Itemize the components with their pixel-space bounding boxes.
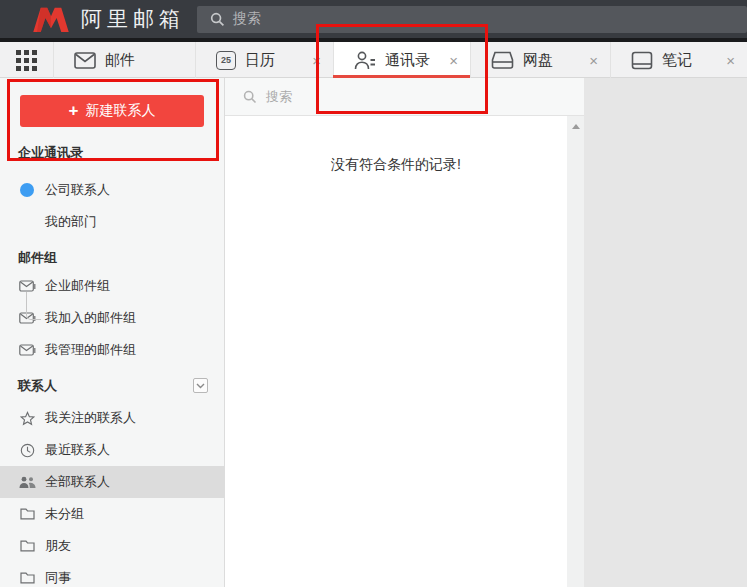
right-empty-area [584, 78, 747, 587]
contacts-list-body: 没有符合条件的记录! [225, 116, 584, 587]
app-title: 阿里邮箱 [81, 5, 185, 33]
annotation-box-new-contact-button [7, 79, 219, 161]
close-icon[interactable]: × [589, 53, 598, 68]
sidebar-item-recent-contacts[interactable]: 最近联系人 [0, 434, 224, 466]
scrollbar[interactable] [567, 116, 584, 587]
sidebar-item-my-department[interactable]: 我的部门 [0, 206, 224, 238]
drive-icon [491, 51, 514, 70]
mail-group-icon [18, 344, 36, 357]
contacts-list-panel: 搜索 没有符合条件的记录! [225, 78, 584, 587]
m-logo-icon [30, 5, 72, 33]
tree-branch-line [26, 292, 41, 320]
folder-icon [18, 540, 36, 552]
folder-icon [18, 508, 36, 520]
tab-calendar-label: 日历 [245, 51, 275, 70]
empty-message: 没有符合条件的记录! [225, 116, 584, 174]
people-icon [18, 476, 36, 489]
search-icon [210, 12, 225, 27]
sidebar-item-all-contacts[interactable]: 全部联系人 [0, 466, 224, 498]
tab-mail[interactable]: 邮件 [53, 42, 195, 78]
search-icon [243, 90, 257, 104]
tab-drive-label: 网盘 [523, 51, 553, 70]
notes-icon [631, 51, 653, 70]
tab-drive[interactable]: 网盘 × [470, 42, 610, 78]
clock-icon [18, 443, 36, 458]
sidebar-item-managed-mail-groups[interactable]: 我管理的邮件组 [0, 334, 224, 366]
sidebar-item-company-contacts[interactable]: 公司联系人 [0, 174, 224, 206]
section-header-contacts: 联系人 [0, 374, 224, 398]
star-icon [18, 411, 36, 426]
sidebar-item-colleagues[interactable]: 同事 [0, 562, 224, 587]
sidebar-item-ungrouped[interactable]: 未分组 [0, 498, 224, 530]
section-header-mail-groups: 邮件组 [0, 246, 224, 270]
sidebar-item-friends[interactable]: 朋友 [0, 530, 224, 562]
sidebar-item-starred-contacts[interactable]: 我关注的联系人 [0, 402, 224, 434]
scroll-up-icon[interactable] [572, 124, 580, 129]
contacts-search-placeholder: 搜索 [266, 88, 292, 106]
tab-notes-label: 笔记 [662, 51, 692, 70]
mail-group-icon [18, 280, 36, 293]
global-search-placeholder: 搜索 [233, 10, 261, 28]
tab-calendar[interactable]: 25 日历 × [195, 42, 333, 78]
tab-mail-label: 邮件 [105, 51, 135, 70]
tab-notes[interactable]: 笔记 × [610, 42, 747, 78]
chevron-down-box-icon[interactable] [193, 378, 208, 393]
annotation-box-contacts-tab [316, 24, 488, 114]
calendar-icon: 25 [216, 51, 236, 70]
app-launcher-button[interactable] [0, 42, 53, 78]
mail-icon [74, 52, 96, 69]
grid-icon [16, 50, 37, 71]
close-icon[interactable]: × [726, 53, 735, 68]
blue-dot-icon [18, 183, 36, 197]
folder-icon [18, 572, 36, 584]
alimail-logo: 阿里邮箱 [30, 5, 185, 33]
